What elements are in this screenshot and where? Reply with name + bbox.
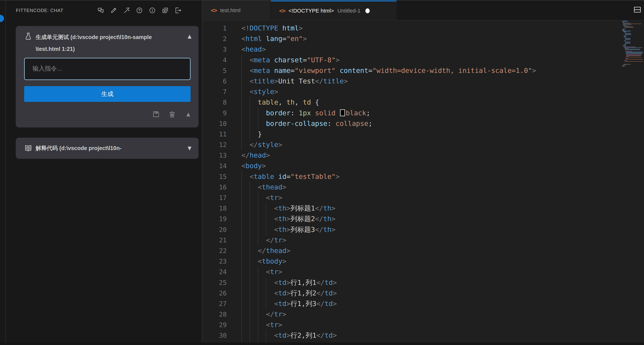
collapse-up-icon[interactable]: ▲	[188, 31, 192, 41]
code-line-1: 1<!DOCTYPE html>	[202, 23, 644, 34]
generate-button[interactable]: 生成	[24, 86, 190, 102]
minimap[interactable]	[622, 21, 644, 343]
explain-card-title: 解释代码 (d:\vscode project\l10n-	[36, 145, 186, 152]
minimap-rows	[622, 21, 644, 67]
tab-description: Untitled-1	[338, 8, 360, 14]
activity-bar-edge	[0, 1, 6, 342]
edit-pencil-icon[interactable]	[110, 7, 118, 14]
sign-out-icon[interactable]	[174, 7, 182, 14]
tab-untitled-1[interactable]: <> <!DOCTYPE html> Untitled-1	[271, 1, 396, 20]
code-line-8: 8 table, th, td {	[202, 97, 644, 108]
editor-group: <> test.html <> <!DOCTYPE html> Untitled…	[202, 1, 644, 342]
code-line-2: 2<html lang="en">	[202, 34, 644, 44]
command-input-wrap	[24, 58, 190, 81]
html-file-icon: <>	[211, 7, 217, 14]
beaker-icon	[24, 32, 32, 40]
code-line-16: 16 <thead>	[202, 182, 644, 192]
code-lines: 1<!DOCTYPE html>2<html lang="en">3<head>…	[202, 21, 644, 343]
book-icon	[24, 144, 32, 152]
code-line-6: 6 <title>Unit Test</title>	[202, 76, 644, 87]
svg-text:?: ?	[138, 9, 140, 12]
color-swatch-black	[340, 109, 345, 116]
code-line-11: 11 }	[202, 129, 644, 139]
split-editor-icon[interactable]	[633, 6, 642, 14]
code-line-19: 19 <th>列标题2</th>	[202, 214, 644, 224]
code-line-25: 25 <td>行1,列1</td>	[202, 277, 644, 288]
code-line-10: 10 border-collapse: collapse;	[202, 118, 644, 129]
code-line-4: 4 <meta charset="UTF-8">	[202, 55, 644, 65]
code-line-29: 29 <tr>	[202, 319, 644, 330]
html-file-icon: <>	[279, 7, 286, 14]
info-icon[interactable]: i	[148, 7, 156, 14]
code-line-27: 27 <td>行1,列3</td>	[202, 298, 644, 309]
save-icon[interactable]	[152, 110, 160, 118]
trash-icon[interactable]	[168, 110, 176, 118]
comment-discussion-icon[interactable]	[97, 7, 104, 14]
expand-down-icon[interactable]: ▼	[188, 143, 192, 153]
tab-test-html[interactable]: <> test.html	[202, 1, 271, 20]
code-line-13: 13</head>	[202, 150, 644, 161]
collapse-up-icon[interactable]: ▲	[186, 110, 190, 118]
unit-test-card-header[interactable]: 生成单元测试 (d:\vscode project\l10n-sample\te…	[16, 26, 198, 55]
horizontal-scrollbar-track[interactable]	[0, 342, 644, 345]
svg-text:i: i	[152, 9, 153, 12]
code-line-22: 22 </thead>	[202, 245, 644, 256]
code-line-17: 17 <tr>	[202, 192, 644, 203]
editor-actions	[633, 6, 642, 15]
code-line-5: 5 <meta name="viewport" content="width=d…	[202, 65, 644, 76]
tab-label: <!DOCTYPE html>	[289, 8, 334, 14]
unit-test-card-title: 生成单元测试 (d:\vscode project\l10n-sample\te…	[36, 31, 186, 55]
modified-dot-icon[interactable]	[366, 9, 370, 13]
editor-tab-bar: <> test.html <> <!DOCTYPE html> Untitled…	[202, 1, 644, 21]
explain-code-card[interactable]: 解释代码 (d:\vscode project\l10n- ▼	[16, 138, 198, 159]
code-line-30: 30 <td>行2,列1</td>	[202, 330, 644, 341]
tab-label: test.html	[220, 7, 240, 14]
sidebar-title: FITTENCODE: CHAT	[16, 8, 63, 13]
code-line-23: 23 <tbody>	[202, 256, 644, 267]
code-line-12: 12 </style>	[202, 139, 644, 150]
help-icon[interactable]: ?	[136, 7, 143, 14]
magic-wand-icon[interactable]	[123, 7, 130, 14]
code-line-20: 20 <th>列标题3</th>	[202, 224, 644, 235]
code-line-9: 9 border: 1px solid black;	[202, 108, 644, 118]
unit-test-card-actions: ▲	[16, 110, 190, 118]
code-line-3: 3<head>	[202, 44, 644, 55]
sidebar-toolbar: ? i	[97, 7, 182, 14]
code-line-26: 26 <td>行1,列2</td>	[202, 288, 644, 298]
code-line-21: 21 </tr>	[202, 235, 644, 245]
code-line-18: 18 <th>列标题1</th>	[202, 203, 644, 214]
code-line-14: 14<body>	[202, 161, 644, 171]
sidebar-header: FITTENCODE: CHAT ? i	[6, 1, 202, 14]
code-line-24: 24 <tr>	[202, 267, 644, 277]
command-input[interactable]	[24, 58, 190, 80]
vscode-window: FITTENCODE: CHAT ? i	[0, 0, 644, 345]
code-line-7: 7 <style>	[202, 87, 644, 97]
clear-all-icon[interactable]	[162, 7, 169, 14]
code-editor[interactable]: 1<!DOCTYPE html>2<html lang="en">3<head>…	[202, 21, 644, 343]
unit-test-card: 生成单元测试 (d:\vscode project\l10n-sample\te…	[16, 26, 198, 128]
fittencode-chat-sidebar: FITTENCODE: CHAT ? i	[6, 1, 202, 342]
code-line-15: 15 <table id="testTable">	[202, 171, 644, 182]
code-line-28: 28 </tr>	[202, 309, 644, 319]
activity-badge	[0, 15, 4, 22]
